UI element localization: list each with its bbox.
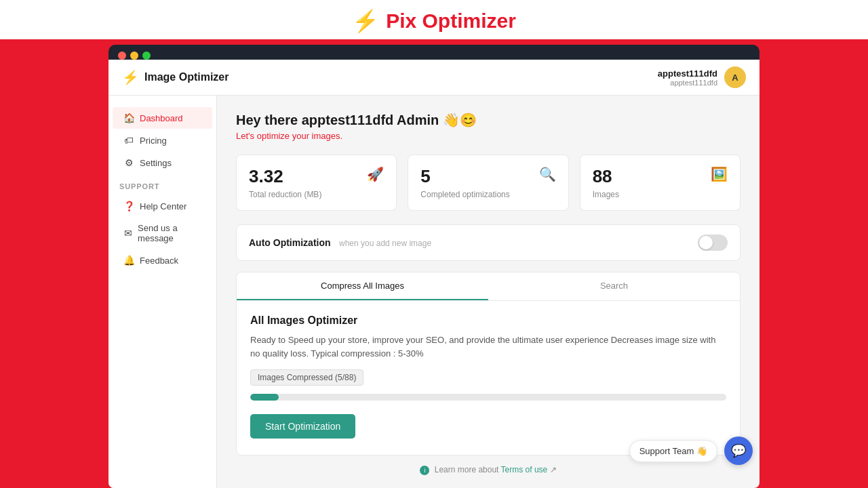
dashboard-icon: 🏠 (123, 113, 134, 123)
app-logo-text: Image Optimizer (144, 71, 229, 83)
sidebar: 🏠 Dashboard 🏷 Pricing ⚙ Settings SUPPORT… (108, 96, 217, 488)
sidebar-item-dashboard[interactable]: 🏠 Dashboard (113, 107, 212, 129)
send-message-icon: ✉ (123, 228, 132, 239)
feedback-icon: 🔔 (123, 255, 134, 266)
optimizer-title: All Images Optimizer (250, 314, 726, 327)
stat-value-completed: 5 (420, 166, 509, 187)
stat-label-images: Images (593, 190, 619, 199)
app-logo: ⚡ Image Optimizer (122, 69, 229, 85)
tabs-header: Compress All Images Search (237, 272, 740, 301)
sidebar-label-send-message: Send us a message (138, 223, 201, 243)
sidebar-label-feedback: Feedback (140, 256, 178, 266)
settings-icon: ⚙ (123, 157, 134, 168)
chat-icon: 💬 (731, 443, 746, 458)
external-link-icon: ↗ (550, 465, 557, 474)
user-info: apptest111dfd apptest111dfd A (658, 66, 746, 88)
browser-dot-yellow[interactable] (130, 52, 138, 60)
footer-text: Learn more about (435, 465, 499, 474)
user-text: apptest111dfd apptest111dfd (658, 68, 717, 87)
progress-bar-fill (250, 394, 279, 401)
compressed-badge: Images Compressed (5/88) (250, 369, 363, 386)
sidebar-item-send-message[interactable]: ✉ Send us a message (113, 218, 212, 249)
progress-bar-bg (250, 394, 726, 401)
sidebar-label-settings: Settings (140, 158, 172, 168)
stats-row: 3.32 Total reduction (MB) 🚀 5 Completed … (236, 155, 741, 211)
avatar: A (724, 66, 746, 88)
sidebar-item-settings[interactable]: ⚙ Settings (113, 152, 212, 174)
stat-icon-images: 🖼️ (711, 166, 728, 182)
auto-opt-label-group: Auto Optimization when you add new image (249, 237, 431, 249)
start-optimization-button[interactable]: Start Optimization (250, 414, 355, 439)
auto-opt-sublabel: when you add new image (339, 239, 431, 248)
sidebar-label-help-center: Help Center (140, 201, 186, 211)
main-content: Hey there apptest111dfd Admin 👋😊 Let's o… (217, 96, 760, 488)
page-greeting: Hey there apptest111dfd Admin 👋😊 (236, 112, 741, 128)
help-center-icon: ❓ (123, 201, 134, 211)
app-window: ⚡ Image Optimizer apptest111dfd apptest1… (108, 60, 760, 488)
brand-title: Pix Optimizer (386, 9, 516, 33)
footer-info-icon: i (420, 466, 429, 475)
browser-dot-red[interactable] (118, 52, 126, 60)
support-widget: Support Team 👋 💬 (629, 436, 753, 465)
stat-card-images: 88 Images 🖼️ (580, 155, 741, 211)
stat-card-completed: 5 Completed optimizations 🔍 (408, 155, 568, 211)
auto-opt-label: Auto Optimization (249, 237, 331, 248)
app-header: ⚡ Image Optimizer apptest111dfd apptest1… (108, 60, 760, 96)
stat-label-completed: Completed optimizations (420, 190, 509, 199)
auto-opt-toggle[interactable] (698, 235, 728, 251)
sidebar-label-dashboard: Dashboard (140, 113, 183, 123)
page-subtitle: Let's optimize your images. (236, 131, 741, 141)
pricing-icon: 🏷 (123, 135, 134, 146)
app-logo-icon: ⚡ (122, 69, 139, 85)
chat-button[interactable]: 💬 (724, 436, 753, 465)
tab-content-compress: All Images Optimizer Ready to Speed up y… (237, 301, 740, 455)
sidebar-item-pricing[interactable]: 🏷 Pricing (113, 129, 212, 151)
user-email: apptest111dfd (658, 79, 717, 87)
optimizer-desc: Ready to Speed up your store, improve yo… (250, 333, 726, 360)
stat-card-reduction: 3.32 Total reduction (MB) 🚀 (236, 155, 397, 211)
support-team-label: Support Team 👋 (629, 440, 717, 462)
tab-compress[interactable]: Compress All Images (237, 272, 488, 300)
sidebar-item-feedback[interactable]: 🔔 Feedback (113, 249, 212, 271)
auto-opt-row: Auto Optimization when you add new image (236, 224, 741, 261)
browser-dot-green[interactable] (142, 52, 151, 60)
browser-chrome (108, 45, 760, 60)
stat-value-reduction: 3.32 (249, 166, 321, 187)
sidebar-label-pricing: Pricing (140, 136, 167, 146)
toggle-knob (699, 236, 713, 249)
app-body: 🏠 Dashboard 🏷 Pricing ⚙ Settings SUPPORT… (108, 96, 760, 488)
stat-icon-completed: 🔍 (539, 166, 556, 182)
stat-value-images: 88 (593, 166, 619, 187)
brand-logo-icon: ⚡ (352, 10, 379, 32)
stat-icon-reduction: 🚀 (367, 166, 384, 182)
sidebar-support-label: SUPPORT (108, 174, 216, 195)
tab-search[interactable]: Search (488, 272, 740, 300)
stat-label-reduction: Total reduction (MB) (249, 190, 321, 199)
brand-bar: ⚡ Pix Optimizer (0, 0, 868, 39)
tabs-container: Compress All Images Search All Images Op… (236, 272, 741, 455)
user-name: apptest111dfd (658, 68, 717, 79)
sidebar-item-help-center[interactable]: ❓ Help Center (113, 195, 212, 217)
terms-of-use-link[interactable]: Terms of use (501, 465, 548, 474)
